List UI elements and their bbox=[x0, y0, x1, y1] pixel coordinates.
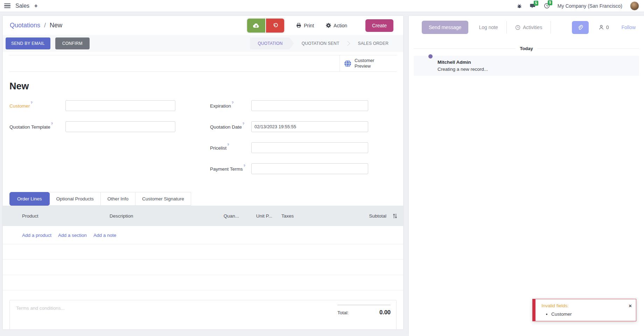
field-quotation-date: Quotation Date? bbox=[210, 121, 397, 132]
column-product[interactable]: Product bbox=[3, 213, 110, 219]
notebook-tabs: Order Lines Optional Products Other Info… bbox=[9, 192, 397, 206]
paperclip-icon bbox=[577, 25, 583, 30]
activities-clock-icon[interactable]: 9 bbox=[544, 3, 550, 9]
invalid-fields-toast: Invalid fields: × Customer bbox=[532, 299, 636, 321]
field-quotation-template: Quotation Template? bbox=[9, 121, 196, 132]
total-block: Total: 0.00 bbox=[337, 305, 391, 316]
action-menu-button[interactable]: Action bbox=[326, 23, 347, 28]
save-record-button[interactable] bbox=[247, 19, 265, 33]
chatter-topbar: Send message Log note Activities 0 Follo… bbox=[409, 16, 644, 39]
date-divider-label: Today bbox=[520, 46, 533, 51]
invalid-field-item: Customer bbox=[551, 311, 632, 317]
chatter-message[interactable]: Mitchell Admin Creating a new record... bbox=[414, 56, 639, 76]
invalid-fields-list: Customer bbox=[541, 311, 632, 317]
column-quantity[interactable]: Quan... bbox=[211, 213, 239, 219]
preview-row: Customer Preview bbox=[9, 55, 397, 72]
control-panel: Quotations / New bbox=[3, 16, 403, 35]
field-pricelist: Pricelist? bbox=[210, 142, 397, 153]
field-expiration: Expiration? bbox=[210, 100, 397, 111]
log-note-button[interactable]: Log note bbox=[479, 25, 498, 30]
date-divider: Today bbox=[414, 46, 639, 51]
help-marker: ? bbox=[31, 101, 33, 104]
stage-indicator: QUOTATION QUOTATION SENT SALES ORDER bbox=[250, 37, 396, 49]
tab-other-info[interactable]: Other Info bbox=[100, 192, 135, 206]
quotation-date-input[interactable] bbox=[251, 121, 368, 132]
empty-table-row bbox=[3, 260, 403, 275]
total-label: Total: bbox=[337, 310, 349, 315]
tab-customer-signature[interactable]: Customer Signature bbox=[135, 192, 191, 206]
field-grid: Customer? Quotation Template? Expiration… bbox=[9, 100, 397, 178]
toast-title: Invalid fields: bbox=[541, 303, 569, 308]
new-tab-button[interactable]: + bbox=[34, 3, 37, 9]
messages-icon[interactable]: 5 bbox=[530, 3, 536, 9]
company-switcher[interactable]: My Company (San Francisco) bbox=[558, 3, 622, 9]
list-add-links: Add a product Add a section Add a note bbox=[3, 226, 403, 244]
chatter-panel: Send message Log note Activities 0 Follo… bbox=[409, 16, 644, 336]
customer-input[interactable] bbox=[65, 100, 175, 111]
top-navbar: Sales + 5 9 My Company (San Francisco) bbox=[0, 0, 644, 12]
send-message-button[interactable]: Send message bbox=[422, 21, 468, 34]
toast-close-icon[interactable]: × bbox=[629, 303, 632, 308]
empty-table-row bbox=[3, 275, 403, 290]
stage-quotation[interactable]: QUOTATION bbox=[250, 37, 294, 49]
column-subtotal[interactable]: Subtotal bbox=[330, 213, 386, 219]
confirm-button[interactable]: CONFIRM bbox=[55, 37, 90, 49]
apps-menu-icon[interactable] bbox=[4, 4, 10, 8]
followers-button[interactable]: 0 bbox=[598, 25, 609, 30]
tab-optional-products[interactable]: Optional Products bbox=[49, 192, 101, 206]
statusbar: SEND BY EMAIL CONFIRM QUOTATION QUOTATIO… bbox=[3, 35, 403, 52]
order-lines-header: Product Description Quan... Unit P... Ta… bbox=[3, 206, 403, 226]
messages-badge: 5 bbox=[534, 1, 539, 6]
stage-quotation-sent[interactable]: QUOTATION SENT bbox=[294, 37, 347, 49]
breadcrumb: Quotations / New bbox=[10, 22, 62, 29]
column-unit-price[interactable]: Unit P... bbox=[239, 213, 274, 219]
tab-order-lines[interactable]: Order Lines bbox=[9, 192, 50, 206]
add-a-section-link[interactable]: Add a section bbox=[58, 233, 87, 238]
followers-count: 0 bbox=[606, 25, 609, 30]
breadcrumb-current: New bbox=[50, 22, 62, 29]
activities-badge: 9 bbox=[548, 0, 553, 5]
cloud-upload-icon bbox=[253, 23, 260, 28]
sliders-icon bbox=[392, 213, 398, 219]
add-a-note-link[interactable]: Add a note bbox=[93, 233, 116, 238]
column-description[interactable]: Description bbox=[110, 213, 211, 219]
clock-icon bbox=[515, 25, 520, 30]
customer-preview-button[interactable]: Customer Preview bbox=[340, 55, 397, 71]
column-taxes[interactable]: Taxes bbox=[274, 213, 330, 219]
breadcrumb-quotations[interactable]: Quotations bbox=[10, 22, 40, 29]
message-author: Mitchell Admin bbox=[438, 60, 488, 65]
form-sheet: Customer Preview New Customer? Quotation… bbox=[3, 52, 403, 329]
globe-icon bbox=[344, 60, 351, 67]
follow-button[interactable]: Follow bbox=[622, 25, 636, 30]
create-button[interactable]: Create bbox=[365, 19, 393, 32]
discard-changes-button[interactable] bbox=[266, 19, 284, 33]
empty-table-row bbox=[3, 244, 403, 260]
totals-section: Total: 0.00 bbox=[9, 300, 397, 329]
optional-columns-button[interactable] bbox=[386, 213, 403, 219]
quotation-template-input[interactable] bbox=[65, 121, 175, 132]
payment-terms-input[interactable] bbox=[251, 163, 368, 174]
message-body: Creating a new record... bbox=[438, 67, 488, 72]
total-value: 0.00 bbox=[379, 309, 391, 316]
field-payment-terms: Payment Terms? bbox=[210, 163, 397, 174]
pricelist-input[interactable] bbox=[251, 142, 368, 153]
presence-indicator bbox=[428, 54, 433, 59]
app-name[interactable]: Sales bbox=[15, 3, 29, 9]
form-view-panel: Quotations / New bbox=[3, 16, 403, 329]
gear-icon bbox=[326, 23, 331, 28]
printer-icon bbox=[296, 23, 301, 28]
follower-person-icon bbox=[598, 25, 604, 30]
expiration-input[interactable] bbox=[251, 100, 368, 111]
schedule-activity-button[interactable]: Activities bbox=[515, 25, 542, 30]
add-a-product-link[interactable]: Add a product bbox=[22, 233, 51, 238]
print-button[interactable]: Print bbox=[296, 23, 314, 28]
field-customer: Customer? bbox=[9, 100, 196, 111]
record-title: New bbox=[9, 81, 397, 92]
stage-sales-order[interactable]: SALES ORDER bbox=[350, 37, 396, 49]
undo-icon bbox=[272, 23, 278, 28]
user-avatar[interactable] bbox=[630, 1, 639, 11]
terms-and-conditions-input[interactable] bbox=[15, 305, 227, 329]
attach-files-button[interactable] bbox=[572, 21, 589, 34]
debug-bug-icon[interactable] bbox=[517, 3, 522, 9]
send-by-email-button[interactable]: SEND BY EMAIL bbox=[6, 37, 50, 49]
